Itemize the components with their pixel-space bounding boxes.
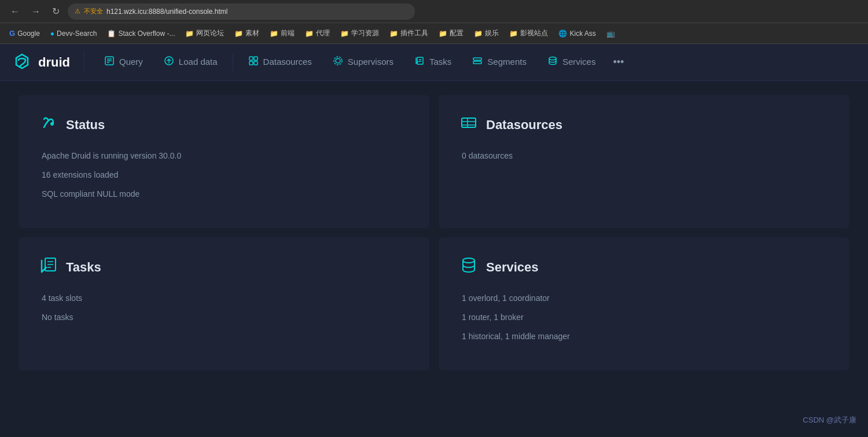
nav-item-load-data[interactable]: Load data [153,44,228,81]
security-warning-icon: ⚠ [75,8,80,15]
bookmark-material-label: 素材 [245,28,259,38]
frontend-icon: 📁 [270,30,278,38]
status-card-body: Apache Druid is running version 30.0.0 1… [39,150,409,200]
bookmark-frontend-label: 前端 [281,28,295,38]
logo-text: druid [38,55,70,70]
refresh-button[interactable]: ↻ [49,3,63,19]
bookmark-frontend[interactable]: 📁 前端 [265,26,299,41]
svg-point-10 [334,57,342,65]
svg-rect-18 [462,118,476,127]
services-icon [547,56,558,68]
svg-point-16 [549,57,556,60]
services-line-2: 1 router, 1 broker [462,311,829,324]
datasources-card-title: Datasources [486,117,562,133]
tasks-card-header: Tasks [39,256,409,278]
supervisors-icon [333,56,343,68]
svg-point-9 [336,58,340,63]
bookmark-entertainment-label: 娱乐 [485,28,499,38]
services-line-1: 1 overlord, 1 coordinator [462,292,829,304]
stackoverflow-icon: 📋 [107,30,116,38]
browser-chrome: ← → ↻ ⚠ 不安全 h121.wzk.icu:8888/unified-co… [0,0,868,23]
services-card-icon [459,256,478,278]
services-card-title: Services [486,260,539,275]
datasources-card: Datasources 0 datasources [439,95,849,228]
bookmark-material[interactable]: 📁 素材 [230,26,264,41]
druid-logo-icon [12,52,32,73]
tasks-card-title: Tasks [66,260,101,275]
bookmark-stackoverflow[interactable]: 📋 Stack Overflow -... [102,27,179,40]
datasources-icon [248,56,259,68]
bookmark-tv[interactable]: 📺 [602,27,620,40]
dashboard-grid: Status Apache Druid is running version 3… [19,95,849,370]
status-card-header: Status [39,113,409,136]
video-icon: 📁 [509,30,518,38]
services-card-header: Services [459,256,829,278]
bookmark-video[interactable]: 📁 影视站点 [505,26,553,41]
tv-icon: 📺 [606,30,615,38]
datasources-card-icon [459,113,478,136]
bookmark-config[interactable]: 📁 配置 [434,26,468,41]
services-card-body: 1 overlord, 1 coordinator 1 router, 1 br… [459,292,829,343]
status-card-title: Status [66,117,105,133]
bookmarks-bar: G Google ● Devv-Search 📋 Stack Overflow … [0,23,868,44]
app-header: druid Query Load data [0,44,868,81]
datasources-line-1: 0 datasources [462,150,829,162]
nav-load-data-label: Load data [179,57,218,67]
learning-icon: 📁 [340,30,349,38]
status-line-2: 16 extensions loaded [42,169,409,181]
tasks-line-1: 4 task slots [42,292,409,304]
status-card: Status Apache Druid is running version 3… [19,95,429,228]
nav-item-datasources[interactable]: Datasources [238,44,322,81]
bookmark-google[interactable]: G Google [5,27,45,40]
logo-area[interactable]: druid [12,52,84,73]
nav-services-label: Services [562,57,596,67]
datasources-card-header: Datasources [459,113,829,136]
bookmark-config-label: 配置 [450,28,464,38]
tasks-card-body: 4 task slots No tasks [39,292,409,324]
nav-tasks-label: Tasks [429,57,451,67]
nav-item-tasks[interactable]: Tasks [404,44,462,81]
nav-item-query[interactable]: Query [94,44,153,81]
material-icon: 📁 [234,30,243,38]
svg-rect-15 [473,61,481,64]
services-line-3: 1 historical, 1 middle manager [462,330,829,343]
bookmark-google-label: Google [17,30,40,38]
bookmark-devv-label: Devv-Search [57,30,97,38]
svg-point-17 [50,122,54,126]
bookmark-devv[interactable]: ● Devv-Search [46,27,102,40]
address-bar[interactable]: ⚠ 不安全 h121.wzk.icu:8888/unified-console.… [68,3,415,20]
datasources-card-body: 0 datasources [459,150,829,162]
bookmark-entertainment[interactable]: 📁 娱乐 [469,26,503,41]
bookmark-video-label: 影视站点 [520,28,548,38]
nav-item-segments[interactable]: Segments [462,44,537,81]
nav-more-button[interactable]: ••• [606,44,631,81]
svg-rect-7 [249,61,253,65]
tasks-card: Tasks 4 task slots No tasks [19,237,429,370]
nav-item-supervisors[interactable]: Supervisors [322,44,404,81]
bookmark-plugins[interactable]: 📁 插件工具 [385,26,433,41]
load-data-icon [164,56,174,68]
nav-query-label: Query [119,57,143,67]
bookmark-learning[interactable]: 📁 学习资源 [336,26,384,41]
status-icon [39,113,58,136]
query-icon [104,56,115,68]
config-icon: 📁 [439,30,447,38]
plugins-icon: 📁 [389,30,398,38]
svg-rect-14 [473,58,481,60]
nav-supervisors-label: Supervisors [348,57,393,67]
nav-datasources-label: Datasources [263,57,312,67]
nav-item-services[interactable]: Services [537,44,606,81]
bookmark-forum[interactable]: 📁 网页论坛 [181,26,229,41]
svg-rect-5 [249,57,253,60]
insecure-label: 不安全 [84,7,103,16]
forward-button[interactable]: → [28,4,44,19]
nav-separator-1 [233,54,233,71]
status-line-3: SQL compliant NULL mode [42,188,409,200]
entertainment-icon: 📁 [474,30,483,38]
segments-icon [472,56,483,68]
bookmark-proxy[interactable]: 📁 代理 [300,26,334,41]
bookmark-kickass[interactable]: 🌐 Kick Ass [554,27,600,40]
svg-rect-6 [254,57,258,60]
status-line-1: Apache Druid is running version 30.0.0 [42,150,409,162]
back-button[interactable]: ← [7,4,23,19]
